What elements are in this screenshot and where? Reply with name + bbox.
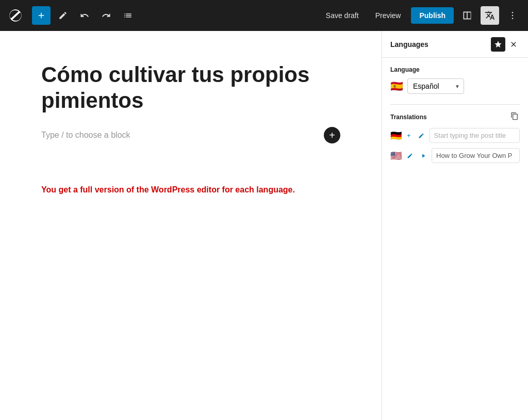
translations-section-label: Translations <box>390 114 427 121</box>
edit-translation-en-button[interactable] <box>405 152 415 160</box>
wp-logo <box>6 6 25 25</box>
toolbar: Save draft Preview Publish <box>0 0 528 31</box>
add-block-toolbar-button[interactable] <box>32 6 51 25</box>
language-flag: 🇪🇸 <box>390 80 403 92</box>
panel-body: Language 🇪🇸 Español English Deutsch Fran… <box>382 58 528 176</box>
main-layout: Cómo cultivar tus propios pimientos Type… <box>0 31 528 420</box>
publish-button[interactable]: Publish <box>411 7 454 24</box>
translation-panel-button[interactable] <box>481 6 499 25</box>
panel-header: Languages <box>382 31 528 58</box>
redo-button[interactable] <box>97 6 116 25</box>
list-view-button[interactable] <box>119 6 137 25</box>
svg-point-1 <box>512 15 514 17</box>
view-translation-en-button[interactable] <box>418 152 428 160</box>
divider <box>390 104 520 105</box>
add-block-inline-button[interactable]: + <box>324 127 340 143</box>
language-section-label: Language <box>390 66 520 73</box>
editor-area: Cómo cultivar tus propios pimientos Type… <box>0 31 382 420</box>
languages-panel: Languages Language 🇪🇸 Español English <box>382 31 528 420</box>
post-title[interactable]: Cómo cultivar tus propios pimientos <box>41 62 340 114</box>
copy-translations-button[interactable] <box>509 111 520 123</box>
de-flag: 🇩🇪 <box>390 130 402 141</box>
save-draft-button[interactable]: Save draft <box>320 8 365 23</box>
toolbar-right: Save draft Preview Publish <box>320 6 522 25</box>
translation-input-de[interactable] <box>430 128 520 143</box>
editor-note: You get a full version of the WordPress … <box>41 185 340 195</box>
translation-row-en: 🇺🇸 <box>390 148 520 163</box>
en-flag: 🇺🇸 <box>390 150 402 161</box>
svg-point-0 <box>512 12 514 13</box>
translation-input-en[interactable] <box>432 148 520 163</box>
panel-title: Languages <box>390 40 428 49</box>
more-options-button[interactable] <box>503 6 522 25</box>
edit-translation-de-button[interactable] <box>416 132 426 140</box>
add-translation-de-button[interactable]: + <box>405 131 413 140</box>
svg-point-2 <box>512 18 514 20</box>
language-select[interactable]: Español English Deutsch Français <box>407 78 464 94</box>
language-select-wrap: Español English Deutsch Français ▼ <box>407 78 464 94</box>
block-placeholder: Type / to choose a block + <box>41 126 340 144</box>
translations-header: Translations <box>390 111 520 123</box>
star-button[interactable] <box>491 37 505 52</box>
placeholder-text: Type / to choose a block <box>41 131 130 140</box>
panel-header-icons <box>491 37 520 52</box>
sidebar-toggle-button[interactable] <box>458 6 476 25</box>
edit-tool-button[interactable] <box>54 6 72 25</box>
language-select-row: 🇪🇸 Español English Deutsch Français ▼ <box>390 78 520 94</box>
translation-row-de: 🇩🇪 + <box>390 128 520 143</box>
close-panel-button[interactable] <box>507 38 520 51</box>
undo-button[interactable] <box>75 6 94 25</box>
preview-button[interactable]: Preview <box>369 8 407 23</box>
